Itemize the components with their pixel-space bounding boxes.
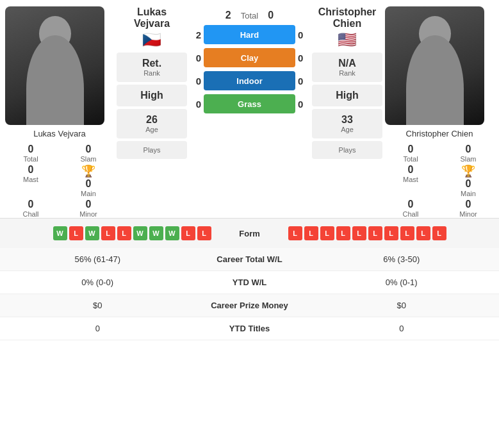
right-mid-panel: Christopher Chien 🇺🇸 N/A Rank High 33 Ag…: [312, 6, 382, 218]
right-player-name: Christopher Chien: [385, 129, 494, 138]
total-label: Total: [241, 11, 258, 21]
right-total-label: Total: [403, 155, 418, 163]
indoor-score-right: 0: [298, 76, 309, 87]
right-player-card: Christopher Chien 0 Total 0 Slam 0 Mast …: [385, 6, 494, 218]
right-form-badge-l: L: [352, 226, 366, 240]
right-total-cell: 0 Total: [385, 144, 436, 163]
grass-badge: Grass: [204, 94, 295, 113]
left-flag: 🇨🇿: [117, 31, 187, 49]
right-name-line2: Chien: [312, 18, 382, 29]
stat-label-2: Career Prize Money: [186, 301, 314, 310]
court-row-grass: 0 Grass 0: [190, 94, 309, 113]
right-player-header: Christopher Chien 🇺🇸: [312, 6, 382, 49]
right-minor-label: Minor: [459, 210, 477, 218]
left-player-header: Lukas Vejvara 🇨🇿: [117, 6, 187, 49]
left-slam-cell: 0 Slam: [63, 144, 114, 163]
right-form-badge-l: L: [288, 226, 302, 240]
left-mast-label: Mast: [23, 176, 38, 183]
left-mast-cell: 0 Mast: [5, 164, 56, 197]
right-minor-cell: 0 Minor: [443, 199, 494, 218]
form-label: Form: [211, 229, 288, 238]
left-form-badge-l: L: [197, 226, 211, 240]
court-row-hard: 2 Hard 0: [190, 25, 309, 44]
right-plays-label: Plays: [315, 146, 379, 154]
right-plays-box: Plays: [312, 141, 382, 159]
stat-right-3: 0: [314, 324, 490, 333]
left-high-value: High: [120, 90, 184, 101]
left-mid-panel: Lukas Vejvara 🇨🇿 Ret. Rank High 26 Age P…: [117, 6, 187, 218]
stat-right-0: 6% (3-50): [314, 254, 490, 264]
right-rank-value: N/A: [315, 58, 379, 69]
clay-score-right: 0: [298, 53, 309, 63]
right-main-label: Main: [461, 190, 476, 197]
right-form-badge-l: L: [432, 226, 446, 240]
left-form-badges: WLWLLWWWLL: [6, 226, 211, 240]
left-chall-value: 0: [28, 199, 34, 210]
stat-left-3: 0: [10, 324, 186, 333]
left-name-line1: Lukas: [117, 6, 187, 18]
stat-left-2: $0: [10, 301, 186, 310]
right-form-badge-l: L: [320, 226, 334, 240]
left-chall-label: Chall: [22, 210, 38, 218]
form-section: WLWLLWWWLL Form LLLLLLLLLL: [0, 218, 499, 248]
right-flag: 🇺🇸: [312, 31, 382, 49]
form-row: WLWLLWWWLL Form LLLLLLLLLL: [6, 224, 493, 243]
right-total-value: 0: [408, 144, 414, 155]
stat-right-1: 0% (0-1): [314, 278, 490, 287]
right-slam-cell: 0 Slam: [443, 144, 494, 163]
clay-badge: Clay: [204, 48, 295, 67]
right-slam-label: Slam: [460, 155, 476, 163]
indoor-score-left: 0: [190, 76, 201, 87]
left-age-label: Age: [120, 126, 184, 133]
right-form-badges: LLLLLLLLLL: [288, 226, 493, 240]
right-age-label: Age: [315, 126, 379, 133]
right-form-badge-l: L: [416, 226, 430, 240]
left-slam-label: Slam: [80, 155, 96, 163]
right-mast-cell: 0 Mast: [385, 164, 436, 197]
left-player-name: Lukas Vejvara: [5, 129, 114, 138]
avatar-body-left: [26, 35, 84, 125]
right-high-box: High: [312, 85, 382, 106]
right-trophy-cell: 🏆 0 Main: [443, 164, 494, 197]
left-form-badge-w: W: [133, 226, 147, 240]
right-chall-cell: 0 Chall: [385, 199, 436, 218]
stat-left-1: 0% (0-0): [10, 278, 186, 287]
right-player-avatar: [385, 6, 484, 125]
avatar-body-right: [406, 35, 464, 125]
left-minor-value: 0: [86, 199, 92, 210]
left-rank-value: Ret.: [120, 58, 184, 69]
total-row: 2 Total 0: [190, 6, 309, 21]
left-total-value: 0: [28, 144, 34, 155]
court-row-clay: 0 Clay 0: [190, 48, 309, 67]
left-age-box: 26 Age: [117, 109, 187, 138]
stat-label-3: YTD Titles: [186, 324, 314, 333]
left-high-box: High: [117, 85, 187, 106]
left-form-badge-w: W: [53, 226, 67, 240]
left-trophy-cell: 🏆 0 Main: [63, 164, 114, 197]
grass-score-right: 0: [298, 99, 309, 110]
left-form-badge-l: L: [181, 226, 195, 240]
left-mast-value: 0: [28, 164, 34, 176]
right-rank-label: Rank: [315, 69, 379, 77]
right-slam-value: 0: [466, 144, 471, 155]
right-name-line1: Christopher: [312, 6, 382, 18]
stat-label-0: Career Total W/L: [186, 254, 314, 264]
indoor-badge: Indoor: [204, 71, 295, 90]
left-rank-label: Rank: [120, 69, 184, 77]
left-plays-label: Plays: [120, 146, 184, 154]
stat-left-0: 56% (61-47): [10, 254, 186, 264]
left-player-avatar: [5, 6, 104, 125]
court-center: 2 Total 0 2 Hard 0 0 Clay 0 0 Indoor 0: [190, 6, 309, 218]
player-comparison-section: Lukas Vejvara 0 Total 0 Slam 0 Mast 🏆 0: [0, 0, 499, 218]
left-plays-box: Plays: [117, 141, 187, 159]
left-form-badge-w: W: [85, 226, 99, 240]
left-minor-label: Minor: [79, 210, 97, 218]
right-form-badge-l: L: [304, 226, 318, 240]
stat-row-0: 56% (61-47)Career Total W/L6% (3-50): [0, 248, 499, 271]
right-trophy-icon: 🏆: [461, 164, 475, 178]
left-main-value: 0: [86, 178, 92, 190]
stat-right-2: $0: [314, 301, 490, 310]
left-slam-value: 0: [86, 144, 92, 155]
left-player-card: Lukas Vejvara 0 Total 0 Slam 0 Mast 🏆 0: [5, 6, 114, 218]
clay-score-left: 0: [190, 53, 201, 63]
